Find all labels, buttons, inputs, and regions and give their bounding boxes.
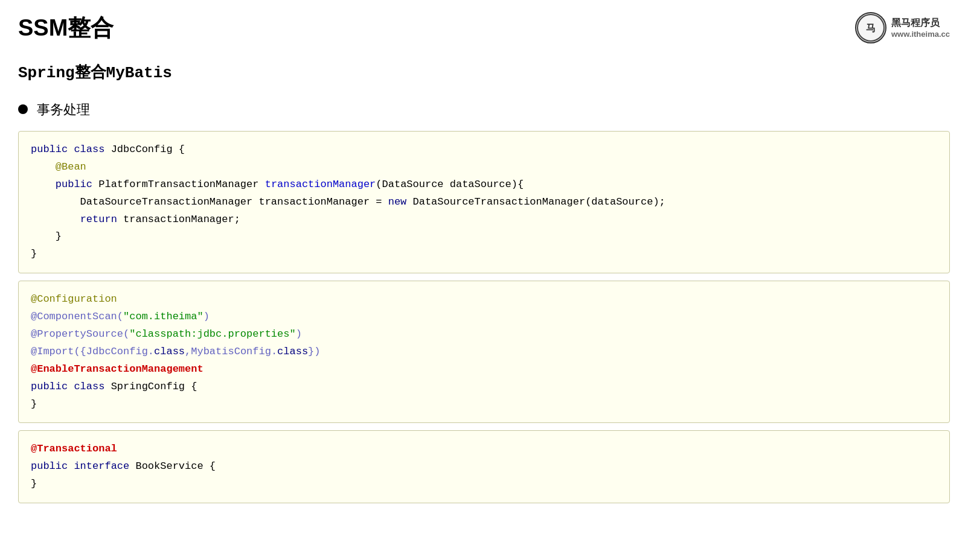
code-block-1: public class JdbcConfig { @Bean public P… bbox=[18, 131, 950, 273]
section-title: Spring整合MyBatis bbox=[18, 62, 950, 83]
bullet-section: 事务处理 bbox=[18, 101, 950, 119]
main-title: SSM整合 bbox=[18, 13, 114, 43]
bullet-dot bbox=[18, 104, 28, 114]
page-title: SSM整合 马 黑马程序员 www.itheima.cc bbox=[18, 12, 950, 43]
logo-icon: 马 bbox=[855, 12, 886, 43]
svg-text:马: 马 bbox=[866, 23, 876, 33]
code-block-3: @Transactional public interface BookServ… bbox=[18, 430, 950, 503]
bullet-label: 事务处理 bbox=[37, 101, 90, 119]
code-block-2: @Configuration @ComponentScan("com.ithei… bbox=[18, 281, 950, 423]
logo-text: 黑马程序员 www.itheima.cc bbox=[891, 17, 950, 39]
logo-area: 马 黑马程序员 www.itheima.cc bbox=[855, 12, 950, 43]
